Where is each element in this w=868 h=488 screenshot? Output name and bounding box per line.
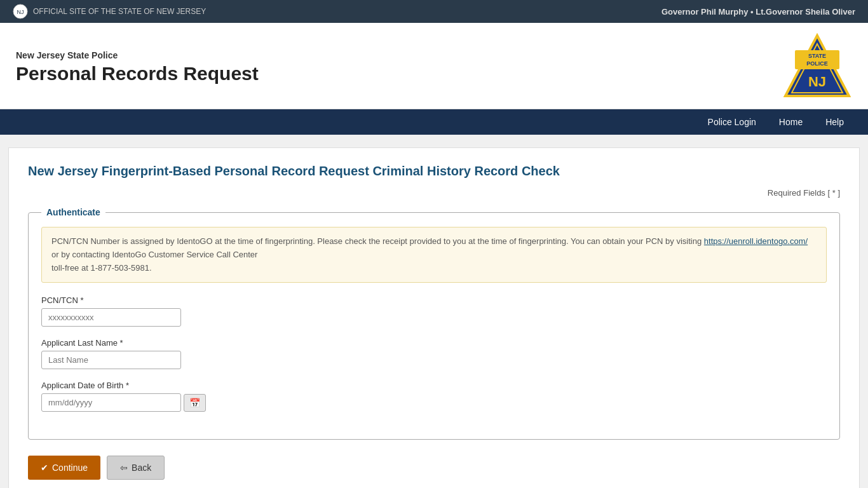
last-name-input[interactable]	[41, 351, 181, 369]
header-title-block: New Jersey State Police Personal Records…	[16, 50, 259, 85]
official-site-text: OFFICIAL SITE OF THE STATE OF NEW JERSEY	[33, 7, 206, 16]
nj-seal-icon: NJ	[13, 4, 28, 19]
last-name-form-group: Applicant Last Name *	[41, 338, 827, 369]
site-header: New Jersey State Police Personal Records…	[0, 23, 868, 109]
calendar-icon: 📅	[189, 398, 200, 408]
continue-label: Continue	[52, 463, 88, 473]
back-label: Back	[132, 463, 151, 473]
calendar-button[interactable]: 📅	[184, 394, 206, 412]
dob-form-group: Applicant Date of Birth * 📅	[41, 381, 827, 412]
dob-label: Applicant Date of Birth *	[41, 381, 827, 390]
back-icon: ⇦	[120, 463, 128, 473]
last-name-label: Applicant Last Name *	[41, 338, 827, 348]
svg-text:NJ: NJ	[17, 9, 24, 15]
authenticate-legend: Authenticate	[41, 207, 105, 217]
continue-button[interactable]: ✔ Continue	[28, 456, 100, 480]
pcn-input[interactable]	[41, 308, 181, 327]
pcn-form-group: PCN/TCN *	[41, 295, 827, 327]
identogo-link[interactable]: https://uenroll.identogo.com/	[704, 236, 808, 246]
main-content: New Jersey Fingerprint-Based Personal Re…	[8, 147, 860, 488]
pcn-label: PCN/TCN *	[41, 295, 827, 305]
continue-icon: ✔	[41, 463, 48, 473]
svg-text:POLICE: POLICE	[806, 60, 828, 67]
info-text-3: toll-free at 1-877-503-5981.	[51, 263, 152, 273]
nav-bar: Police Login Home Help	[0, 109, 868, 135]
svg-text:STATE: STATE	[808, 53, 826, 59]
nav-home[interactable]: Home	[768, 109, 814, 135]
governor-text: Governor Phil Murphy • Lt.Governor Sheil…	[661, 7, 855, 17]
top-bar: NJ OFFICIAL SITE OF THE STATE OF NEW JER…	[0, 0, 868, 23]
info-box: PCN/TCN Number is assigned by IdentoGO a…	[41, 227, 827, 283]
state-police-logo: STATE POLICE NJ	[782, 32, 852, 102]
nav-help[interactable]: Help	[814, 109, 855, 135]
date-input-group: 📅	[41, 393, 827, 412]
authenticate-fieldset: Authenticate PCN/TCN Number is assigned …	[28, 207, 840, 440]
info-text-1: PCN/TCN Number is assigned by IdentoGO a…	[51, 236, 702, 246]
org-name: New Jersey State Police	[16, 50, 259, 60]
page-heading: New Jersey Fingerprint-Based Personal Re…	[28, 164, 840, 179]
top-bar-left: NJ OFFICIAL SITE OF THE STATE OF NEW JER…	[13, 4, 206, 19]
button-row: ✔ Continue ⇦ Back	[28, 456, 840, 480]
info-text-2: or by contacting IdentoGo Customer Servi…	[51, 250, 257, 259]
back-button[interactable]: ⇦ Back	[107, 456, 165, 480]
page-title: Personal Records Request	[16, 63, 259, 85]
svg-text:NJ: NJ	[808, 74, 826, 90]
required-note: Required Fields [ * ]	[28, 188, 840, 198]
dob-input[interactable]	[41, 393, 181, 412]
nav-police-login[interactable]: Police Login	[696, 109, 768, 135]
